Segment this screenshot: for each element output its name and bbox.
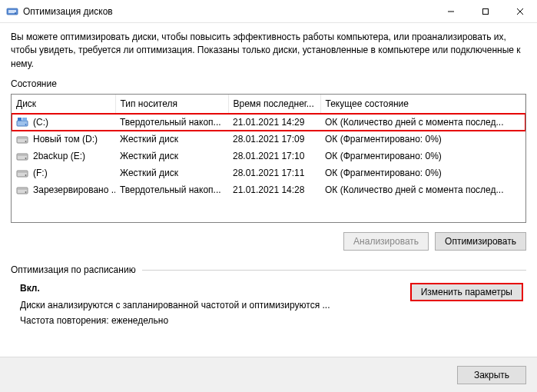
drive-lasttime: 28.01.2021 17:11 [228, 164, 320, 181]
drive-name: (F:) [33, 168, 48, 178]
divider [142, 270, 526, 271]
drive-status: ОК (Фрагментировано: 0%) [320, 164, 525, 181]
drive-type: Жесткий диск [115, 131, 228, 148]
svg-rect-8 [18, 118, 22, 121]
svg-rect-12 [18, 138, 27, 139]
drive-lasttime: 28.01.2021 17:09 [228, 131, 320, 148]
drive-status: ОК (Фрагментировано: 0%) [320, 148, 525, 164]
schedule-status: Вкл. [20, 283, 410, 294]
schedule-frequency: Частота повторения: еженедельно [20, 315, 410, 326]
table-row[interactable]: (C:)Твердотельный накоп...21.01.2021 14:… [12, 114, 525, 131]
change-settings-button[interactable]: Изменить параметры [410, 283, 523, 301]
drive-type: Твердотельный накоп... [115, 181, 228, 198]
table-header-row: Диск Тип носителя Время последнег... Тек… [12, 95, 525, 114]
svg-rect-18 [18, 171, 27, 173]
schedule-header: Оптимизация по расписанию [11, 264, 526, 275]
svg-point-10 [25, 124, 27, 125]
drive-lasttime: 21.01.2021 14:29 [228, 114, 320, 131]
analyze-button[interactable]: Анализировать [343, 232, 429, 251]
table-row[interactable]: Зарезервировано ...Твердотельный накоп..… [12, 181, 525, 198]
drive-icon [16, 150, 28, 162]
table-row[interactable]: Новый том (D:)Жесткий диск28.01.2021 17:… [12, 131, 525, 148]
titlebar: Оптимизация дисков [0, 0, 537, 23]
optimize-button[interactable]: Оптимизировать [435, 232, 526, 251]
window-title: Оптимизация дисков [23, 6, 433, 17]
state-label: Состояние [11, 78, 526, 89]
minimize-button[interactable] [433, 0, 468, 23]
table-row[interactable]: (F:)Жесткий диск28.01.2021 17:11ОК (Фраг… [12, 164, 525, 181]
schedule-header-label: Оптимизация по расписанию [11, 264, 136, 275]
drive-icon [16, 184, 28, 196]
col-header-status[interactable]: Текущее состояние [320, 95, 525, 114]
drive-icon [16, 133, 28, 145]
intro-text: Вы можете оптимизировать диски, чтобы по… [11, 31, 526, 71]
svg-rect-4 [482, 8, 488, 14]
svg-point-16 [25, 158, 27, 159]
drive-lasttime: 21.01.2021 14:28 [228, 181, 320, 198]
app-icon [6, 5, 18, 18]
drive-icon [16, 167, 28, 179]
action-buttons: Анализировать Оптимизировать [11, 232, 526, 251]
maximize-button[interactable] [468, 0, 502, 23]
drive-lasttime: 28.01.2021 17:10 [228, 148, 320, 164]
svg-point-19 [25, 174, 27, 176]
drive-type: Жесткий диск [115, 148, 228, 164]
svg-rect-15 [18, 154, 27, 156]
drives-table: Диск Тип носителя Время последнег... Тек… [11, 94, 526, 223]
drive-icon [16, 116, 28, 128]
svg-point-2 [15, 12, 16, 14]
drive-name: (C:) [33, 117, 48, 128]
drive-type: Жесткий диск [115, 164, 228, 181]
drive-type: Твердотельный накоп... [115, 114, 228, 131]
drive-status: ОК (Количество дней с момента послед... [320, 114, 525, 131]
svg-rect-7 [17, 121, 28, 126]
footer: Закрыть [0, 357, 537, 392]
schedule-description: Диски анализируются с запланированной ча… [20, 300, 410, 311]
svg-point-13 [25, 141, 27, 142]
svg-rect-21 [18, 188, 27, 190]
table-row[interactable]: 2backup (E:)Жесткий диск28.01.2021 17:10… [12, 148, 525, 164]
col-header-disk[interactable]: Диск [12, 95, 115, 114]
svg-point-22 [25, 191, 27, 193]
close-button[interactable] [502, 0, 537, 23]
drive-name: 2backup (E:) [33, 151, 85, 161]
drive-name: Новый том (D:) [33, 134, 98, 145]
col-header-type[interactable]: Тип носителя [115, 95, 228, 114]
close-dialog-button[interactable]: Закрыть [457, 366, 526, 384]
col-header-time[interactable]: Время последнег... [228, 95, 320, 114]
drive-status: ОК (Количество дней с момента послед... [320, 181, 525, 198]
drive-status: ОК (Фрагментировано: 0%) [320, 131, 525, 148]
drive-name: Зарезервировано ... [33, 184, 115, 195]
svg-rect-9 [22, 118, 27, 121]
window-controls [433, 0, 537, 23]
